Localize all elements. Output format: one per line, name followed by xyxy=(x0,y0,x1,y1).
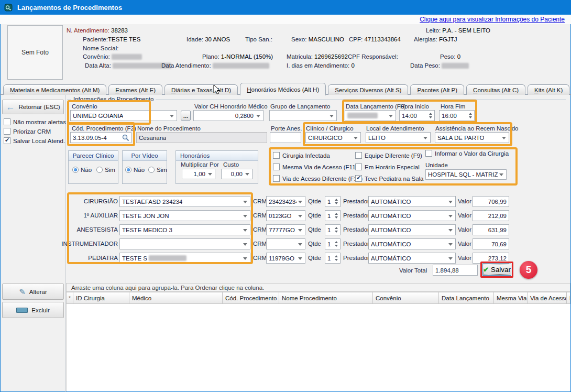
checkbox-box xyxy=(355,175,362,182)
checkbox-informar-valor-cirurgia[interactable]: Informar o Valor da Cirurgia xyxy=(425,150,509,157)
peso-field: Peso: 0 xyxy=(440,53,460,60)
cpf-field: CPF: 47113343864 xyxy=(349,36,401,42)
qtde-spinner[interactable]: 1 xyxy=(325,224,341,235)
chevron-down-icon xyxy=(243,257,247,260)
pencil-icon: ✎ xyxy=(19,288,26,296)
data-lancamento-select[interactable] xyxy=(345,110,396,121)
tab-servicos-diversos[interactable]: Serviços Diversos (Alt S) xyxy=(328,84,408,95)
grid-column-id-cirurgia[interactable]: ID Cirurgia xyxy=(73,292,129,304)
checkbox-box xyxy=(273,152,280,159)
tab-kits[interactable]: Kits (Alt K) xyxy=(528,84,569,95)
prestador-select[interactable]: AUTOMÁTICO xyxy=(368,196,456,207)
tab-pacotes[interactable]: Pacotes (Alt P) xyxy=(410,84,464,95)
tab-honorarios-medicos[interactable]: Honorários Médicos (Alt H) xyxy=(240,83,326,95)
qtde-spinner[interactable]: 1 xyxy=(325,253,341,264)
excluir-button[interactable]: Excluir xyxy=(2,302,64,318)
multiplicar-select[interactable]: 1,00 xyxy=(182,169,215,179)
retornar-button[interactable]: ← Retornar (ESC) xyxy=(2,100,64,114)
parecer-sim-radio[interactable]: Sim xyxy=(96,167,115,173)
doctor-name-select[interactable]: TESTE MEDICO 3 xyxy=(119,224,250,235)
valor-total-input[interactable]: 1.894,88 xyxy=(433,265,478,276)
grid-column-mesma-via[interactable]: Mesma Via ( xyxy=(494,292,528,304)
prestador-select[interactable]: AUTOMÁTICO xyxy=(368,238,456,249)
qtde-label: Qtde xyxy=(308,212,321,219)
valor-input[interactable]: 706,99 xyxy=(473,196,509,207)
crm-select[interactable]: 2342342340 xyxy=(266,196,305,207)
hora-fim-spinner[interactable]: 16:00 xyxy=(439,110,475,121)
spinner-buttons-icon[interactable] xyxy=(427,111,434,120)
checkbox-em-horario-especial[interactable]: Em Horário Especial xyxy=(355,164,420,170)
tab-consultas[interactable]: Consultas (Alt C) xyxy=(466,84,525,95)
spinner-buttons-icon[interactable] xyxy=(333,211,339,220)
cod-procedimento-input[interactable]: 3.13.09.05-4 xyxy=(70,132,131,143)
valor-input[interactable]: 70,69 xyxy=(473,238,509,249)
assistencia-select[interactable]: SALA DE PARTO xyxy=(435,132,509,143)
crm-select[interactable]: 11979GO xyxy=(266,253,305,264)
alergias-field: Alergias: FGJTJ xyxy=(414,36,457,42)
tab-exames[interactable]: Exames (Alt E) xyxy=(108,84,162,95)
tab-materiais[interactable]: Materiais e Medicamentos (Alt M) xyxy=(3,84,106,95)
qtde-spinner[interactable]: 1 xyxy=(325,238,341,249)
qtde-spinner[interactable]: 1 xyxy=(325,196,341,207)
grid-column-clipped[interactable]: E xyxy=(567,292,570,304)
convenio-more-button[interactable]: ... xyxy=(181,111,191,121)
checkbox-mesma-via-acesso[interactable]: Mesma Via de Acesso (F11) xyxy=(273,164,357,170)
crm-select[interactable] xyxy=(266,238,305,249)
hora-inicio-spinner[interactable]: 14:00 xyxy=(399,110,435,121)
matricula-field: Matricula: 1269625692 xyxy=(287,53,348,60)
doctor-name-select[interactable] xyxy=(119,238,250,249)
alterar-button[interactable]: ✎ Alterar xyxy=(2,284,64,300)
title-bar: Lançamentos de Procedimentos xyxy=(0,0,571,15)
grid-column-convenio[interactable]: Convênio xyxy=(373,292,439,304)
crm-select[interactable]: 0123GO xyxy=(266,210,305,221)
crm-select[interactable]: 77777GO xyxy=(266,224,305,235)
checkbox-priorizar-crm[interactable]: Priorizar CRM xyxy=(4,128,51,135)
spinner-buttons-icon[interactable] xyxy=(333,197,339,206)
grid-column-cod-procedimento[interactable]: Cód. Procedimento xyxy=(223,292,279,304)
checkbox-cirurgia-infectada[interactable]: Cirurgia Infectada xyxy=(273,152,330,159)
grid-column-via-de-acesso[interactable]: Via de Acesso xyxy=(528,292,567,304)
doctor-name-select[interactable]: TESTAEFASD 234234 xyxy=(119,196,250,207)
spinner-buttons-icon[interactable] xyxy=(467,111,474,120)
back-arrow-icon: ← xyxy=(6,103,15,112)
chevron-down-icon xyxy=(298,257,302,260)
por-video-nao-radio[interactable]: Não xyxy=(125,167,145,173)
checkbox-via-acesso-diferente[interactable]: Via de Acesso Diferente (F12) xyxy=(273,175,363,182)
grid-column-medico[interactable]: Médico xyxy=(129,292,223,304)
valor-input[interactable]: 273,12 xyxy=(473,253,509,264)
salvar-button[interactable]: ✔ Salvar xyxy=(482,264,511,276)
parecer-nao-radio[interactable]: Não xyxy=(72,167,92,173)
checkbox-equipe-diferente[interactable]: Equipe Diferente (F9) xyxy=(355,152,422,159)
patient-info-link[interactable]: Clique aqui para visualizar Informações … xyxy=(420,16,565,23)
checkbox-nao-mostrar-alertas[interactable]: Não mostrar alertas xyxy=(4,118,66,125)
valor-input[interactable]: 212,09 xyxy=(473,210,509,221)
checkbox-salvar-local-atend[interactable]: Salvar Local Atend. xyxy=(4,137,65,144)
grid-body[interactable] xyxy=(66,304,570,391)
prestador-select[interactable]: AUTOMÁTICO xyxy=(368,253,456,264)
doctor-name-select[interactable]: TESTE JON JON xyxy=(119,210,250,221)
search-icon[interactable] xyxy=(122,134,129,141)
local-atendimento-select[interactable]: LEITO xyxy=(366,132,431,143)
valor-ch-select[interactable]: 0,2800 xyxy=(193,110,263,121)
por-video-sim-radio[interactable]: Sim xyxy=(148,167,167,173)
qtde-spinner[interactable]: 1 xyxy=(325,210,341,221)
valor-input[interactable]: 631,99 xyxy=(473,224,509,235)
spinner-buttons-icon[interactable] xyxy=(333,239,339,248)
prestador-select[interactable]: AUTOMÁTICO xyxy=(368,224,456,235)
doctor-name-select[interactable]: TESTE S xyxy=(119,253,250,264)
clinico-cirurgico-select[interactable]: CIRURGICO xyxy=(305,132,361,143)
custo-select[interactable]: 0,00 xyxy=(221,169,252,179)
spinner-buttons-icon[interactable] xyxy=(333,225,339,234)
tab-diarias[interactable]: Diárias e Taxas (Alt D) xyxy=(164,84,238,95)
checkbox-teve-pediatra[interactable]: Teve Pediatra na Sala xyxy=(355,175,424,182)
convenio-select[interactable]: UNIMED GOIANIA xyxy=(70,110,177,121)
prestador-select[interactable]: AUTOMÁTICO xyxy=(368,210,456,221)
grid-column-nome-procedimento[interactable]: Nome Procedimento xyxy=(279,292,373,304)
data-atendimento-field: Data Atendimento: xyxy=(161,62,269,69)
honorarios-title: Honorários xyxy=(176,151,258,161)
grid-column-data-lancamento[interactable]: Data Lançamento xyxy=(439,292,494,304)
unidade-select[interactable]: HOSPITAL SQL - MATRIZ xyxy=(425,169,507,180)
spinner-buttons-icon[interactable] xyxy=(333,254,339,263)
grupo-lancamento-select[interactable] xyxy=(269,110,337,121)
porte-anes-input[interactable] xyxy=(270,132,301,143)
